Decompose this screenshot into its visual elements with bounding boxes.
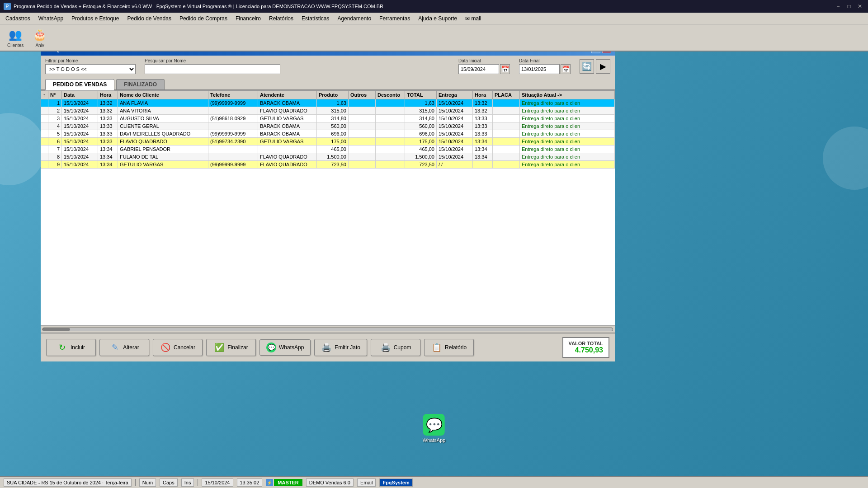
clientes-icon: 👥 xyxy=(8,28,23,42)
menu-pedido-vendas[interactable]: Pedido de Vendas xyxy=(123,14,175,23)
table-cell: (51)99734-2390 xyxy=(208,138,258,145)
toolbar-clientes[interactable]: 👥 Clientes xyxy=(4,26,27,50)
table-cell: 13:32 xyxy=(473,99,493,107)
menu-financeiro[interactable]: Financeiro xyxy=(232,14,264,23)
table-cell: Entrega direto para o clien xyxy=(520,115,615,122)
menu-agendamento[interactable]: Agendamento xyxy=(334,14,375,23)
taskbar-whatsapp[interactable]: 💬 WhatsApp xyxy=(423,414,446,443)
col-produto: Produto xyxy=(317,91,349,99)
table-row[interactable]: 715/10/202413:34GABRIEL PENSADOR465,0046… xyxy=(41,145,615,153)
status-bar: SUA CIDADE - RS 15 de Outubro de 2024 · … xyxy=(0,476,868,488)
alterar-button[interactable]: ✎ Alterar xyxy=(99,339,149,356)
table-cell xyxy=(376,130,405,138)
refresh-button[interactable]: 🔄 xyxy=(580,59,594,74)
table-cell: FLAVIO QUADRADO xyxy=(258,161,317,169)
filter-by-name-label: Filtrar por Nome xyxy=(45,58,136,63)
menu-relatorios[interactable]: Relatórios xyxy=(265,14,297,23)
table-cell: BARACK OBAMA xyxy=(258,130,317,138)
initial-date-input[interactable] xyxy=(458,64,499,74)
tab-pedido-vendas[interactable]: PEDIDO DE VENDAS xyxy=(45,79,114,90)
table-cell xyxy=(41,145,48,153)
emitir-jato-button[interactable]: 🖨️ Emitir Jato xyxy=(314,339,367,356)
close-app-button[interactable]: ✕ xyxy=(855,2,864,10)
table-cell: 13:34 xyxy=(473,145,493,153)
menu-whatsapp[interactable]: WhatsApp xyxy=(35,14,67,23)
col-sel: ↑ xyxy=(41,91,48,99)
search-by-name-input[interactable] xyxy=(145,64,280,74)
incluir-icon: ↻ xyxy=(57,342,68,353)
table-cell xyxy=(493,107,520,115)
scrollbar-thumb[interactable] xyxy=(43,328,70,331)
whatsapp-button[interactable]: 💬 WhatsApp xyxy=(259,339,311,356)
table-row[interactable]: 215/10/202413:32ANA VITORIAFLAVIO QUADRA… xyxy=(41,107,615,115)
bottom-bar: ↻ Incluir ✎ Alterar 🚫 Cancelar ✅ Finaliz… xyxy=(41,333,615,361)
table-cell: 13:33 xyxy=(98,122,118,130)
cancelar-icon: 🚫 xyxy=(160,342,171,353)
table-cell: FLAVIO QUADRADO xyxy=(118,138,208,145)
table-cell xyxy=(208,153,258,161)
table-cell: GETULIO VARGAS xyxy=(118,161,208,169)
menu-pedido-compras[interactable]: Pedido de Compras xyxy=(176,14,231,23)
table-cell xyxy=(493,122,520,130)
table-row[interactable]: 615/10/202413:33FLAVIO QUADRADO(51)99734… xyxy=(41,138,615,145)
table-cell: 1 xyxy=(48,99,62,107)
table-cell: (51)98618-0929 xyxy=(208,115,258,122)
table-cell: 3 xyxy=(48,115,62,122)
total-label: VALOR TOTAL xyxy=(569,341,603,346)
table-cell xyxy=(493,99,520,107)
table-row[interactable]: 515/10/202413:33DAVI MEIRELLES QUADRADO(… xyxy=(41,130,615,138)
table-cell: 13:32 xyxy=(98,107,118,115)
table-cell: 15/10/2024 xyxy=(62,161,98,169)
table-cell xyxy=(349,115,376,122)
filter-by-name-select[interactable]: >> T O D O S << xyxy=(45,64,136,74)
scrollbar-area[interactable] xyxy=(41,325,615,333)
table-row[interactable]: 415/10/202413:33CLIENTE GERALBARACK OBAM… xyxy=(41,122,615,130)
table-cell xyxy=(376,138,405,145)
table-cell: 13:32 xyxy=(98,99,118,107)
menu-ferramentas[interactable]: Ferramentas xyxy=(376,14,414,23)
final-date-calendar-button[interactable]: 📅 xyxy=(561,64,571,74)
toolbar-aniv[interactable]: 🎂 Aniv xyxy=(29,26,51,50)
menu-email[interactable]: ✉ mail xyxy=(462,14,485,23)
status-caps: Caps xyxy=(160,479,178,487)
initial-date-calendar-button[interactable]: 📅 xyxy=(500,64,510,74)
table-cell: 1.500,00 xyxy=(317,153,349,161)
menu-ajuda-suporte[interactable]: Ajuda e Suporte xyxy=(415,14,461,23)
tab-finalizado[interactable]: FINALIZADO xyxy=(116,79,165,89)
menu-cadastros[interactable]: Cadastros xyxy=(2,14,34,23)
table-container[interactable]: ↑ Nº Data Hora Nome do Cliente Telefone … xyxy=(41,90,615,325)
scrollbar-track[interactable] xyxy=(42,328,613,331)
maximize-button[interactable]: □ xyxy=(844,2,854,10)
relatorio-button[interactable]: 📋 Relatório xyxy=(424,339,474,356)
table-row[interactable]: 815/10/202413:34FULANO DE TALFLAVIO QUAD… xyxy=(41,153,615,161)
table-cell xyxy=(349,107,376,115)
status-master: MASTER xyxy=(274,479,302,486)
cancelar-button[interactable]: 🚫 Cancelar xyxy=(153,339,203,356)
menu-estatisticas[interactable]: Estatísticas xyxy=(298,14,333,23)
table-cell: 13:33 xyxy=(98,115,118,122)
status-icon: ⚡ xyxy=(266,479,273,486)
table-cell: 13:33 xyxy=(473,122,493,130)
finalizar-button[interactable]: ✅ Finalizar xyxy=(206,339,256,356)
arrow-button[interactable]: ▶ xyxy=(596,59,610,74)
table-row[interactable]: 915/10/202413:34GETULIO VARGAS(99)99999-… xyxy=(41,161,615,169)
status-email: Email xyxy=(357,479,376,487)
table-row[interactable]: 315/10/202413:33AUGUSTO SILVA(51)98618-0… xyxy=(41,115,615,122)
status-demo: DEMO Vendas 6.0 xyxy=(306,479,354,487)
final-date-input[interactable] xyxy=(519,64,560,74)
menu-produtos-estoque[interactable]: Produtos e Estoque xyxy=(68,14,123,23)
table-cell: 6 xyxy=(48,138,62,145)
incluir-button[interactable]: ↻ Incluir xyxy=(46,339,96,356)
col-situacao: Situação Atual -> xyxy=(520,91,615,99)
cupom-button[interactable]: 🖨️ Cupom xyxy=(371,339,420,356)
minimize-button[interactable]: − xyxy=(834,2,843,10)
table-cell: 315,00 xyxy=(405,107,437,115)
table-row[interactable]: 115/10/202413:32ANA FLAVIA(99)99999-9999… xyxy=(41,99,615,107)
table-cell: 465,00 xyxy=(405,145,437,153)
table-cell xyxy=(376,161,405,169)
table-cell: GABRIEL PENSADOR xyxy=(118,145,208,153)
table-cell: 15/10/2024 xyxy=(62,153,98,161)
table-cell: 13:34 xyxy=(98,145,118,153)
table-cell xyxy=(493,153,520,161)
table-cell xyxy=(493,130,520,138)
